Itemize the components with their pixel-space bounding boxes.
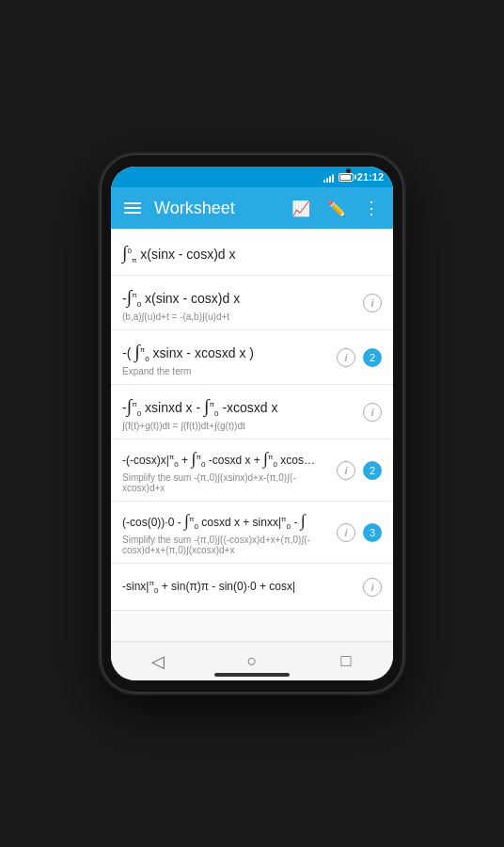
math-expr-4: -∫π0 xsinxd x - ∫π0 -xcosxd x <box>122 392 355 419</box>
status-time: 21:12 <box>357 171 384 183</box>
math-row-2: -∫π0 x(sinx - cosx)d x (b,a)∫(u)d+t = -(… <box>111 276 393 330</box>
math-sub-6: Simplify the sum -(π,0)∫((-cosx)x)d+x+(π… <box>122 535 329 555</box>
info-btn-4[interactable]: i <box>363 403 382 422</box>
math-row-6-inner: (-cos(0))·0 - ∫π0 cosxd x + sinxx|π0 - ∫… <box>122 509 329 555</box>
math-row-5: -(-cosx)x|π0 + ∫π0 -cosxd x + ∫π0 xcos… … <box>111 439 393 502</box>
menu-button[interactable] <box>120 199 145 217</box>
toolbar: Worksheet 📈 ✏️ ⋮ <box>111 187 393 229</box>
math-row-7-inner: -sinx|π0 + sin(π)π - sin(0)·0 + cosx| <box>122 578 355 597</box>
back-button[interactable]: ◁ <box>139 643 177 680</box>
signal-bars <box>323 172 334 183</box>
status-icons <box>323 172 354 183</box>
signal-bar-1 <box>323 180 325 183</box>
math-row-6: (-cos(0))·0 - ∫π0 cosxd x + sinxx|π0 - ∫… <box>111 502 393 564</box>
math-sub-4: ∫(f(t)+g(t))dt = ∫(f(t))dt+∫(g(t))dt <box>122 421 355 431</box>
badge-3: 2 <box>363 348 382 367</box>
status-bar: 21:12 <box>111 167 393 187</box>
math-row-2-inner: -∫π0 x(sinx - cosx)d x (b,a)∫(u)d+t = -(… <box>122 283 355 322</box>
chart-icon[interactable]: 📈 <box>288 196 314 221</box>
math-expr-6: (-cos(0))·0 - ∫π0 cosxd x + sinxx|π0 - ∫ <box>122 509 329 533</box>
math-row-3: -( ∫π0 xsinx - xcosxd x ) Expand the ter… <box>111 330 393 385</box>
toolbar-title: Worksheet <box>154 199 278 218</box>
math-row-4: -∫π0 xsinxd x - ∫π0 -xcosxd x ∫(f(t)+g(t… <box>111 385 393 439</box>
math-row-1: ∫0π x(sinx - cosx)d x <box>111 229 393 276</box>
info-btn-5[interactable]: i <box>337 461 355 480</box>
badge-5: 2 <box>363 461 382 480</box>
badge-6: 3 <box>363 523 382 542</box>
info-btn-6[interactable]: i <box>337 523 355 542</box>
math-sub-3: Expand the term <box>122 366 329 376</box>
edit-icon[interactable]: ✏️ <box>323 196 350 221</box>
battery-icon <box>339 173 354 182</box>
hamburger-line-1 <box>124 202 141 204</box>
math-expr-1: ∫0π x(sinx - cosx)d x <box>122 239 382 265</box>
math-sub-5: Simplify the sum -(π,0)∫(xsinx)d+x-(π,0)… <box>122 472 329 493</box>
battery-fill <box>340 175 351 180</box>
math-row-4-inner: -∫π0 xsinxd x - ∫π0 -xcosxd x ∫(f(t)+g(t… <box>122 392 355 431</box>
phone-frame: 21:12 Worksheet 📈 ✏️ ⋮ ∫0π x(sinx - cosx… <box>102 155 402 692</box>
phone-screen: 21:12 Worksheet 📈 ✏️ ⋮ ∫0π x(sinx - cosx… <box>111 167 393 680</box>
math-expr-7: -sinx|π0 + sin(π)π - sin(0)·0 + cosx| <box>122 578 355 597</box>
recent-button[interactable]: □ <box>327 643 365 680</box>
signal-bar-2 <box>326 178 328 183</box>
hamburger-line-3 <box>124 212 141 214</box>
info-btn-7[interactable]: i <box>363 578 382 597</box>
signal-bar-3 <box>329 176 331 183</box>
math-expr-3: -( ∫π0 xsinx - xcosxd x ) <box>122 338 329 364</box>
camera-dot <box>346 168 351 173</box>
signal-bar-4 <box>332 174 334 183</box>
hamburger-line-2 <box>124 207 141 209</box>
math-sub-2: (b,a)∫(u)d+t = -(a,b)∫(u)d+t <box>122 312 355 322</box>
content-area: ∫0π x(sinx - cosx)d x -∫π0 x(sinx - cosx… <box>111 229 393 641</box>
math-row-1-inner: ∫0π x(sinx - cosx)d x <box>122 239 382 265</box>
math-expr-5: -(-cosx)x|π0 + ∫π0 -cosxd x + ∫π0 xcos… <box>122 447 329 471</box>
math-row-3-inner: -( ∫π0 xsinx - xcosxd x ) Expand the ter… <box>122 338 329 376</box>
info-btn-2[interactable]: i <box>363 294 382 312</box>
info-btn-3[interactable]: i <box>337 348 355 367</box>
math-row-5-inner: -(-cosx)x|π0 + ∫π0 -cosxd x + ∫π0 xcos… … <box>122 447 329 493</box>
more-icon[interactable]: ⋮ <box>359 194 384 222</box>
math-expr-2: -∫π0 x(sinx - cosx)d x <box>122 283 355 310</box>
math-row-7: -sinx|π0 + sin(π)π - sin(0)·0 + cosx| i <box>111 564 393 611</box>
bottom-bar <box>214 673 290 677</box>
